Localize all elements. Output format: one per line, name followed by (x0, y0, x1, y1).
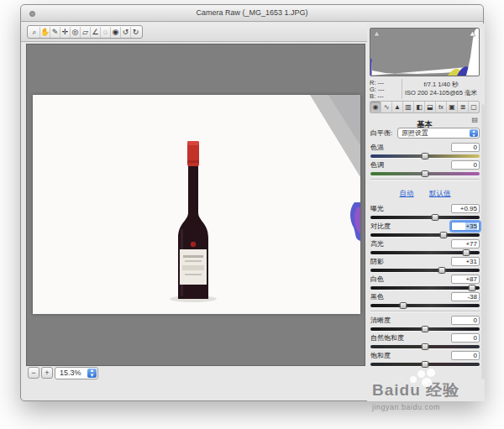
straighten-tool[interactable]: ∠ (90, 27, 100, 38)
preview-canvas[interactable] (26, 44, 365, 366)
zoom-level-value: 15.3% (60, 369, 81, 377)
blacks-value-field[interactable]: -38 (451, 292, 480, 301)
panel-scrollbar[interactable] (481, 104, 485, 379)
hand-tool[interactable]: ✋ (39, 27, 50, 38)
page-background: Camera Raw (_MG_1653 1.JPG) ⌕✋✎✛◎▱∠◌◉↺↻ … (0, 0, 504, 429)
tint-slider-track[interactable] (370, 172, 480, 175)
rotate-right-tool[interactable]: ↻ (130, 27, 140, 38)
watermark-url: jingyan.baidu.com (372, 403, 498, 411)
tool-group: ⌕✋✎✛◎▱∠◌◉↺↻ (27, 25, 143, 39)
whites-label: 白色 (370, 275, 384, 284)
tint-slider-thumb[interactable] (422, 170, 429, 177)
watermark-paw (410, 376, 417, 383)
crop-tool[interactable]: ▱ (80, 27, 90, 38)
shadows-label: 阴影 (370, 257, 384, 266)
saturation-slider-thumb[interactable] (422, 361, 429, 368)
contrast-slider-thumb[interactable] (440, 232, 448, 238)
panel-header: 基本 ▤ (370, 115, 480, 126)
tint-label: 色调 (370, 160, 384, 170)
shadows-value-field[interactable]: +31 (451, 257, 480, 266)
exposure-value-field[interactable]: +0.95 (451, 204, 480, 213)
tab-split-toning[interactable]: ◧ (413, 102, 424, 112)
image-info: R: --- G: --- B: --- f/7.1 1/40 秒 ISO 20… (370, 79, 480, 99)
zoom-in-button[interactable]: + (41, 367, 53, 379)
slider-shadows: 阴影+31 (370, 257, 480, 272)
highlights-slider-track[interactable] (370, 251, 480, 254)
shadows-slider-track[interactable] (370, 269, 480, 272)
spot-removal-tool[interactable]: ◌ (100, 27, 110, 38)
tab-detail[interactable]: ▲ (391, 102, 402, 112)
tab-hsl-grayscale[interactable]: ▥ (402, 102, 413, 112)
saturation-slider-track[interactable] (370, 363, 480, 366)
watermark-paw (417, 370, 425, 378)
color-sampler-tool[interactable]: ✛ (60, 27, 70, 38)
blacks-label: 黑色 (370, 292, 384, 301)
default-link[interactable]: 默认值 (429, 189, 451, 197)
whites-value-field[interactable]: +87 (451, 275, 480, 284)
temperature-value-field[interactable]: 0 (451, 143, 480, 152)
titlebar: Camera Raw (_MG_1653 1.JPG) (21, 5, 483, 22)
clarity-value-field[interactable]: 0 (451, 316, 480, 325)
slider-saturation: 饱和度0 (370, 351, 480, 366)
contrast-value-field[interactable]: +35 (451, 222, 480, 231)
tab-basic[interactable]: ◉ (370, 102, 381, 112)
highlights-slider-thumb[interactable] (463, 249, 470, 256)
histogram[interactable] (370, 28, 480, 76)
divider (370, 179, 480, 180)
slider-temperature: 色温0 (370, 143, 480, 158)
vibrance-slider-track[interactable] (370, 345, 480, 348)
stepper-icon: ▲▼ (470, 129, 478, 137)
whites-slider-track[interactable] (370, 286, 480, 290)
tab-snapshots[interactable]: ▢ (468, 102, 479, 112)
white-balance-label: 白平衡: (370, 128, 397, 138)
exposure-slider-thumb[interactable] (431, 214, 438, 221)
whites-slider-thumb[interactable] (468, 285, 475, 291)
white-balance-select[interactable]: 原照设置 ▲▼ (397, 128, 480, 139)
clarity-label: 清晰度 (370, 316, 391, 325)
highlights-label: 高光 (370, 239, 384, 249)
tab-presets[interactable]: ≣ (457, 102, 468, 112)
temperature-slider-thumb[interactable] (422, 153, 429, 160)
zoom-level-select[interactable]: 15.3% ▲▼ (55, 367, 98, 379)
basic-panel-content: 白平衡: 原照设置 ▲▼ 色温0色调0 自动 默认值 曝光+0.95对比度+35… (370, 128, 480, 369)
auto-link[interactable]: 自动 (400, 189, 414, 197)
tab-effects[interactable]: fx (435, 102, 446, 112)
blacks-slider-track[interactable] (370, 304, 480, 307)
label-crest (191, 242, 196, 247)
watermark-paw (427, 369, 435, 377)
temperature-slider-track[interactable] (370, 154, 480, 158)
shadows-slider-thumb[interactable] (438, 267, 445, 274)
white-balance-value: 原照设置 (402, 129, 428, 137)
exif-exposure: f/7.1 1/40 秒 (402, 81, 480, 89)
saturation-label: 饱和度 (370, 351, 391, 360)
white-balance-tool[interactable]: ✎ (50, 27, 60, 38)
photo-preview[interactable] (33, 95, 360, 314)
clarity-slider-thumb[interactable] (422, 326, 429, 332)
contrast-slider-track[interactable] (370, 233, 480, 237)
exposure-slider-track[interactable] (370, 216, 480, 219)
clarity-slider-track[interactable] (370, 327, 480, 331)
zoom-out-button[interactable]: − (28, 367, 39, 379)
vibrance-slider-thumb[interactable] (422, 343, 429, 350)
red-eye-tool[interactable]: ◉ (110, 27, 120, 38)
targeted-adjustment-tool[interactable]: ◎ (70, 27, 80, 38)
slider-exposure: 曝光+0.95 (370, 204, 480, 219)
zoom-tool[interactable]: ⌕ (29, 27, 39, 38)
rgb-b-value: B: --- (370, 93, 402, 100)
zoom-controls: − + 15.3% ▲▼ (28, 365, 98, 380)
highlights-value-field[interactable]: +77 (451, 239, 480, 249)
divider (370, 311, 480, 311)
vibrance-value-field[interactable]: 0 (451, 333, 480, 343)
tab-tone-curve[interactable]: ∿ (381, 102, 391, 112)
tab-camera-calibration[interactable]: ▣ (446, 102, 457, 112)
temperature-label: 色温 (370, 143, 384, 152)
blacks-slider-thumb[interactable] (400, 302, 407, 309)
panel-menu-icon[interactable]: ▤ (471, 116, 478, 123)
tint-value-field[interactable]: 0 (451, 160, 480, 170)
slider-contrast: 对比度+35 (370, 222, 480, 237)
tab-lens-corrections[interactable]: ⬓ (424, 102, 435, 112)
slider-vibrance: 自然饱和度0 (370, 333, 480, 348)
rotate-left-tool[interactable]: ↺ (120, 27, 130, 38)
saturation-value-field[interactable]: 0 (451, 351, 480, 360)
contrast-label: 对比度 (370, 222, 391, 231)
